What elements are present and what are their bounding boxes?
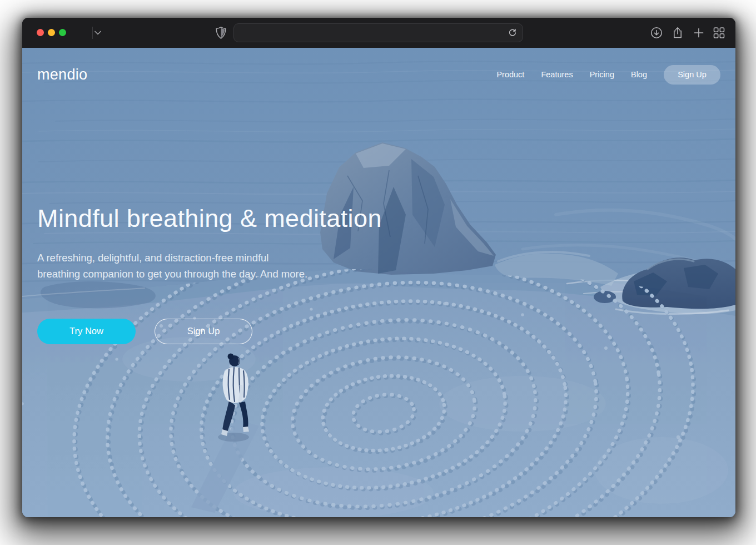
site-header: mendio Product Features Pricing Blog Sig… [22, 48, 735, 101]
hero-subtitle-line-2: breathing companion to get you through t… [37, 266, 460, 282]
tab-overview-icon[interactable] [713, 27, 725, 39]
nav-signup-button[interactable]: Sign Up [664, 65, 720, 85]
brand-logo[interactable]: mendio [37, 66, 87, 83]
downloads-icon[interactable] [650, 27, 663, 39]
traffic-lights [37, 29, 66, 36]
nav-link-product[interactable]: Product [496, 70, 524, 79]
cta-row: Try Now Sign Up [37, 319, 460, 344]
close-button[interactable] [37, 29, 44, 36]
browser-window: mendio Product Features Pricing Blog Sig… [22, 18, 735, 517]
hero-subtitle: A refreshing, delightful, and distractio… [37, 250, 460, 282]
try-now-button[interactable]: Try Now [37, 319, 136, 344]
reload-icon[interactable] [508, 28, 517, 37]
hero-signup-button[interactable]: Sign Up [155, 319, 252, 344]
url-input[interactable] [240, 28, 508, 38]
nav-link-blog[interactable]: Blog [631, 70, 647, 79]
nav-link-features[interactable]: Features [541, 70, 573, 79]
new-tab-icon[interactable] [693, 27, 705, 39]
chevron-down-icon[interactable] [94, 31, 102, 36]
browser-titlebar [22, 18, 735, 48]
toolbar-divider [92, 27, 93, 39]
hero-section: Mindful breathing & meditation A refresh… [37, 204, 460, 344]
address-bar[interactable] [233, 23, 523, 42]
main-nav: Product Features Pricing Blog Sign Up [496, 65, 720, 85]
webpage-viewport: mendio Product Features Pricing Blog Sig… [22, 48, 735, 517]
nav-link-pricing[interactable]: Pricing [590, 70, 614, 79]
zoom-button[interactable] [59, 29, 66, 36]
hero-subtitle-line-1: A refreshing, delightful, and distractio… [37, 250, 460, 266]
shield-icon[interactable] [216, 27, 226, 39]
minimize-button[interactable] [48, 29, 55, 36]
hero-title: Mindful breathing & meditation [37, 204, 460, 233]
share-icon[interactable] [672, 27, 684, 39]
